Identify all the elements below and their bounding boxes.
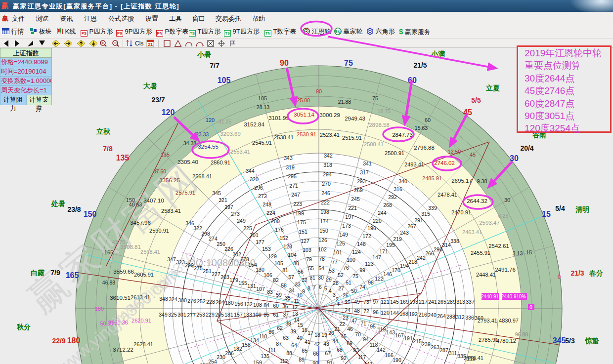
- svg-text:62: 62: [277, 325, 283, 331]
- svg-text:59: 59: [276, 292, 282, 298]
- svg-text:349: 349: [159, 312, 168, 318]
- svg-text:52: 52: [338, 272, 344, 278]
- svg-text:108: 108: [253, 302, 262, 308]
- svg-text:45: 45: [463, 108, 472, 117]
- svg-text:287: 287: [439, 347, 448, 353]
- svg-text:226: 226: [224, 246, 233, 252]
- svg-text:247: 247: [291, 192, 300, 198]
- svg-text:323: 323: [176, 259, 185, 265]
- svg-text:46.88: 46.88: [102, 280, 115, 285]
- svg-text:202: 202: [232, 251, 241, 257]
- svg-text:165: 165: [104, 249, 113, 255]
- svg-text:30: 30: [510, 154, 519, 162]
- svg-text:251: 251: [203, 268, 212, 274]
- svg-text:白露: 白露: [31, 269, 45, 277]
- svg-text:51: 51: [346, 280, 351, 285]
- svg-text:250: 250: [217, 241, 225, 247]
- svg-text:3305.40: 3305.40: [177, 159, 198, 165]
- svg-text:172: 172: [362, 233, 371, 239]
- svg-text:2605.91: 2605.91: [134, 272, 154, 278]
- svg-text:150: 150: [319, 228, 328, 234]
- svg-text:241: 241: [428, 299, 437, 305]
- svg-text:60: 60: [425, 117, 431, 123]
- svg-text:243: 243: [400, 230, 409, 236]
- svg-text:106: 106: [263, 272, 272, 278]
- svg-text:342: 342: [324, 153, 333, 159]
- svg-text:3051.14: 3051.14: [294, 112, 314, 118]
- svg-text:2523.41: 2523.41: [320, 132, 340, 138]
- svg-text:18.75: 18.75: [378, 108, 391, 114]
- svg-text:171: 171: [379, 248, 388, 254]
- svg-text:227: 227: [212, 271, 220, 277]
- svg-text:9.38: 9.38: [477, 178, 487, 184]
- svg-text:3407.10: 3407.10: [143, 198, 164, 203]
- svg-text:34: 34: [289, 287, 295, 293]
- svg-text:271: 271: [289, 183, 298, 189]
- svg-text:77: 77: [332, 259, 338, 265]
- svg-text:21/3: 21/3: [570, 269, 584, 277]
- svg-text:347: 347: [167, 256, 176, 262]
- svg-text:0%: 0%: [519, 294, 526, 299]
- svg-text:290: 290: [434, 246, 442, 252]
- svg-text:123: 123: [365, 261, 374, 267]
- svg-text:立秋: 立秋: [96, 127, 111, 135]
- svg-text:2538.41: 2538.41: [274, 134, 294, 140]
- svg-text:239: 239: [422, 341, 431, 347]
- svg-text:294: 294: [323, 171, 332, 177]
- svg-text:277: 277: [187, 312, 196, 318]
- svg-text:180: 180: [225, 300, 234, 306]
- svg-text:4780.12: 4780.12: [496, 338, 516, 344]
- svg-text:2545.91: 2545.91: [252, 140, 272, 146]
- svg-text:60: 60: [408, 76, 417, 84]
- svg-text:2493.41: 2493.41: [404, 162, 424, 167]
- svg-text:26: 26: [343, 292, 349, 298]
- svg-text:312: 312: [456, 314, 465, 320]
- svg-text:101: 101: [333, 249, 342, 255]
- svg-text:15.63: 15.63: [415, 125, 428, 131]
- svg-text:67: 67: [325, 350, 331, 356]
- svg-text:314: 314: [442, 242, 451, 248]
- svg-text:3712.22: 3712.22: [113, 347, 133, 353]
- svg-text:130: 130: [256, 267, 264, 273]
- svg-text:2: 2: [336, 296, 339, 302]
- svg-text:24: 24: [345, 307, 350, 313]
- svg-text:87: 87: [276, 341, 282, 347]
- svg-text:128: 128: [283, 243, 292, 249]
- svg-text:50: 50: [351, 288, 357, 294]
- svg-text:111: 111: [268, 347, 276, 353]
- svg-text:177: 177: [256, 239, 264, 245]
- svg-text:105: 105: [218, 76, 231, 84]
- svg-text:42: 42: [314, 341, 320, 347]
- svg-text:322: 322: [193, 225, 202, 231]
- svg-text:273: 273: [231, 211, 240, 217]
- svg-text:127: 127: [301, 238, 309, 244]
- svg-text:36: 36: [282, 303, 288, 309]
- svg-text:68: 68: [337, 347, 343, 353]
- svg-text:2620.91: 2620.91: [131, 318, 151, 324]
- svg-text:46: 46: [347, 326, 353, 332]
- svg-text:29: 29: [326, 277, 332, 283]
- svg-text:39: 39: [290, 328, 296, 334]
- svg-text:15: 15: [526, 249, 532, 255]
- svg-text:惊蛰: 惊蛰: [585, 337, 599, 345]
- svg-text:6: 6: [319, 284, 322, 290]
- svg-text:340: 340: [398, 178, 407, 184]
- svg-text:2593.47: 2593.47: [479, 220, 500, 226]
- svg-text:218: 218: [408, 259, 417, 265]
- svg-text:191: 191: [404, 335, 413, 341]
- svg-text:90: 90: [316, 88, 322, 94]
- svg-text:217: 217: [419, 299, 428, 305]
- svg-text:31: 31: [309, 275, 315, 281]
- svg-text:64: 64: [291, 342, 297, 348]
- svg-text:148: 148: [357, 241, 366, 247]
- svg-text:122: 122: [375, 276, 384, 282]
- svg-text:150: 150: [126, 197, 135, 203]
- svg-text:205: 205: [215, 312, 224, 318]
- svg-text:336: 336: [465, 315, 474, 321]
- svg-text:3356.25: 3356.25: [159, 177, 180, 183]
- svg-text:97: 97: [373, 299, 379, 305]
- svg-text:61: 61: [273, 312, 279, 318]
- svg-text:16: 16: [302, 327, 307, 333]
- svg-text:31.25: 31.25: [219, 119, 231, 124]
- svg-text:63: 63: [283, 335, 289, 341]
